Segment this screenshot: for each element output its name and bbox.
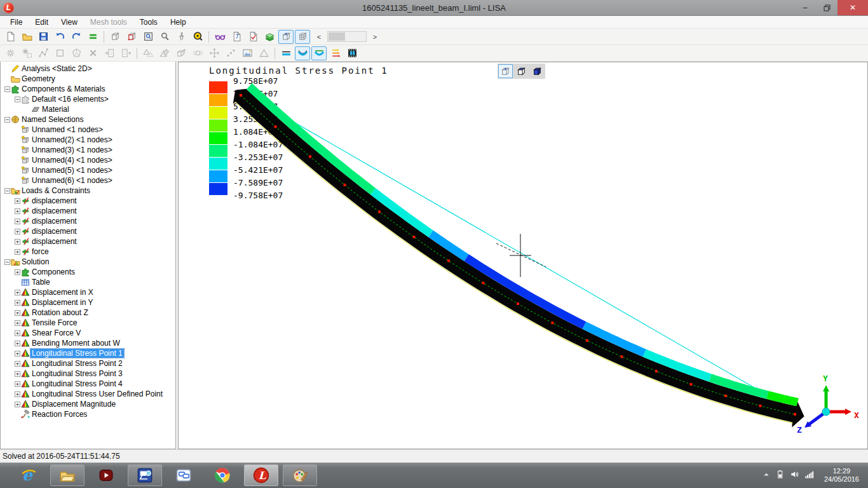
element-view-button[interactable] xyxy=(124,30,139,44)
scroll-right-button[interactable]: > xyxy=(367,30,383,44)
tree-expander[interactable]: − xyxy=(15,97,20,102)
groups-button[interactable] xyxy=(262,30,277,44)
tree-expander[interactable]: + xyxy=(15,361,20,367)
taskbar-messenger[interactable] xyxy=(166,464,201,486)
tree-expander[interactable]: + xyxy=(15,229,20,234)
tree-item-material[interactable]: Material xyxy=(1,104,175,114)
view-solid-button[interactable] xyxy=(530,64,545,78)
tree-expander[interactable]: − xyxy=(4,86,10,92)
tree-item-components-materials[interactable]: −Components & Materials xyxy=(1,84,175,94)
tray-show-hidden-icons[interactable] xyxy=(763,470,770,481)
menu-edit[interactable]: Edit xyxy=(29,17,55,28)
tree-item-geometry[interactable]: Geometry xyxy=(1,74,175,84)
deformed-undeformed-view-toggle[interactable] xyxy=(311,46,327,60)
tree-item-tensile-force[interactable]: +Tensile Force xyxy=(1,318,175,328)
tree-item-loads-constraints[interactable]: −Loads & Constraints xyxy=(1,186,175,196)
tray-volume-icon[interactable] xyxy=(790,470,799,482)
undo-button[interactable] xyxy=(52,30,67,44)
tree-item-solution[interactable]: −Solution xyxy=(1,257,175,267)
tree-item-table[interactable]: Table xyxy=(1,277,175,287)
taskbar-internet-explorer[interactable]: e xyxy=(11,464,46,486)
tray-battery-icon[interactable] xyxy=(775,470,785,482)
tree-item-rotation-about-z[interactable]: +Rotation about Z xyxy=(1,308,175,318)
tree-expander[interactable]: − xyxy=(4,117,10,123)
tree-item-displacement[interactable]: +displacement xyxy=(1,236,175,247)
restore-button[interactable] xyxy=(816,0,837,15)
tree-item-displacement-magnitude[interactable]: +Displacement Magnitude xyxy=(1,399,175,409)
taskbar-screen-recorder[interactable] xyxy=(128,464,162,486)
tree-item-unnamed-5-1-nodes[interactable]: Unnamed(5) <1 nodes> xyxy=(1,165,175,175)
tray-network-icon[interactable] xyxy=(804,470,814,482)
deformed-view-toggle[interactable] xyxy=(295,46,310,60)
tree-item-longitudinal-stress-point-4[interactable]: +Longitudinal Stress Point 4 xyxy=(1,379,175,389)
walkthrough-button[interactable] xyxy=(173,30,189,44)
tree-item-components[interactable]: +Components xyxy=(1,267,175,277)
viewport[interactable]: Longitudinal Stress Point 1 9.758E+077.5… xyxy=(178,62,868,449)
tree-item-longitudinal-stress-point-1[interactable]: +Longitudinal Stress Point 1 xyxy=(1,348,175,358)
tree-expander[interactable]: + xyxy=(15,402,20,407)
tree-item-named-selections[interactable]: −Named Selections xyxy=(1,114,175,125)
tree-expander[interactable]: + xyxy=(15,208,20,214)
tree-item-shear-force-v[interactable]: +Shear Force V xyxy=(1,328,175,338)
tray-clock[interactable]: 12:2924/05/2016 xyxy=(819,467,864,484)
tree-item-analysis-static-2d[interactable]: Analysis <Static 2D> xyxy=(1,64,175,74)
toolbar-scrollbar[interactable] xyxy=(327,31,367,42)
tree-item-default-16-elements[interactable]: −Default <16 elements> xyxy=(1,94,175,104)
notes-button[interactable]: 7 xyxy=(229,30,244,44)
tree-expander[interactable]: + xyxy=(15,320,20,326)
tree-expander[interactable]: + xyxy=(15,290,20,295)
tree-expander[interactable]: + xyxy=(15,269,20,275)
tree-expander[interactable]: − xyxy=(4,188,10,194)
tree-item-displacement-in-x[interactable]: +Displacement in X xyxy=(1,287,175,297)
tree-item-unnamed-6-1-nodes[interactable]: Unnamed(6) <1 nodes> xyxy=(1,175,175,186)
tree-item-displacement-in-y[interactable]: +Displacement in Y xyxy=(1,297,175,308)
annotation-button[interactable] xyxy=(245,30,261,44)
tree-item-unnamed-4-1-nodes[interactable]: Unnamed(4) <1 nodes> xyxy=(1,155,175,165)
tree-expander[interactable]: + xyxy=(15,300,20,306)
shaded-edges-view-toggle[interactable] xyxy=(295,30,310,44)
tree-item-displacement[interactable]: +displacement xyxy=(1,206,175,216)
tree-expander[interactable]: + xyxy=(15,351,20,356)
tree-expander[interactable]: + xyxy=(15,391,20,397)
solve-button[interactable] xyxy=(85,30,100,44)
animation-button[interactable] xyxy=(344,46,360,60)
tree-expander[interactable]: + xyxy=(15,219,20,224)
tree-item-displacement[interactable]: +displacement xyxy=(1,226,175,236)
tree-item-unnamed-3-1-nodes[interactable]: Unnamed(3) <1 nodes> xyxy=(1,145,175,155)
save-file-button[interactable] xyxy=(36,30,51,44)
tree-item-bending-moment-about-w[interactable]: +Bending Moment about W xyxy=(1,338,175,348)
menu-view[interactable]: View xyxy=(55,17,84,28)
minimize-button[interactable]: – xyxy=(794,0,816,15)
tree-item-displacement[interactable]: +displacement xyxy=(1,196,175,206)
open-file-button[interactable] xyxy=(19,30,34,44)
tree-expander[interactable]: − xyxy=(4,259,10,265)
tree-item-longitudinal-stress-user-defined-point[interactable]: +Longitudinal Stress User Defined Point xyxy=(1,389,175,399)
tree-item-force[interactable]: +force xyxy=(1,247,175,257)
tree-expander[interactable]: + xyxy=(15,198,20,204)
shaded-view-toggle[interactable] xyxy=(278,30,294,44)
tree-item-reaction-forces[interactable]: Reaction Forces xyxy=(1,409,175,419)
tree-expander[interactable]: + xyxy=(15,310,20,316)
redo-button[interactable] xyxy=(69,30,84,44)
tree-expander[interactable]: + xyxy=(15,341,20,346)
wireframe-view-button[interactable] xyxy=(107,30,123,44)
tree-expander[interactable]: + xyxy=(15,381,20,387)
taskbar-file-explorer[interactable] xyxy=(50,464,85,486)
tree-expander[interactable]: + xyxy=(15,330,20,336)
menu-file[interactable]: File xyxy=(4,17,29,28)
menu-help[interactable]: Help xyxy=(164,17,193,28)
close-button[interactable]: ✕ xyxy=(837,0,868,15)
tree-item-unnamed-2-1-nodes[interactable]: Unnamed(2) <1 nodes> xyxy=(1,135,175,145)
stereo-view-button[interactable] xyxy=(212,30,227,44)
undeformed-view-button[interactable] xyxy=(278,46,294,60)
tree-expander[interactable]: + xyxy=(15,239,20,245)
new-file-button[interactable] xyxy=(3,30,18,44)
tree-item-unnamed-1-nodes[interactable]: Unnamed <1 nodes> xyxy=(1,125,175,135)
view-shaded-top-button[interactable] xyxy=(514,64,529,78)
taskbar-chrome[interactable] xyxy=(205,464,240,486)
tree-expander[interactable]: + xyxy=(15,249,20,255)
tree-item-longitudinal-stress-point-2[interactable]: +Longitudinal Stress Point 2 xyxy=(1,358,175,369)
tree-item-longitudinal-stress-point-3[interactable]: +Longitudinal Stress Point 3 xyxy=(1,369,175,379)
zoom-window-button[interactable] xyxy=(140,30,156,44)
tree-item-displacement[interactable]: +displacement xyxy=(1,216,175,226)
